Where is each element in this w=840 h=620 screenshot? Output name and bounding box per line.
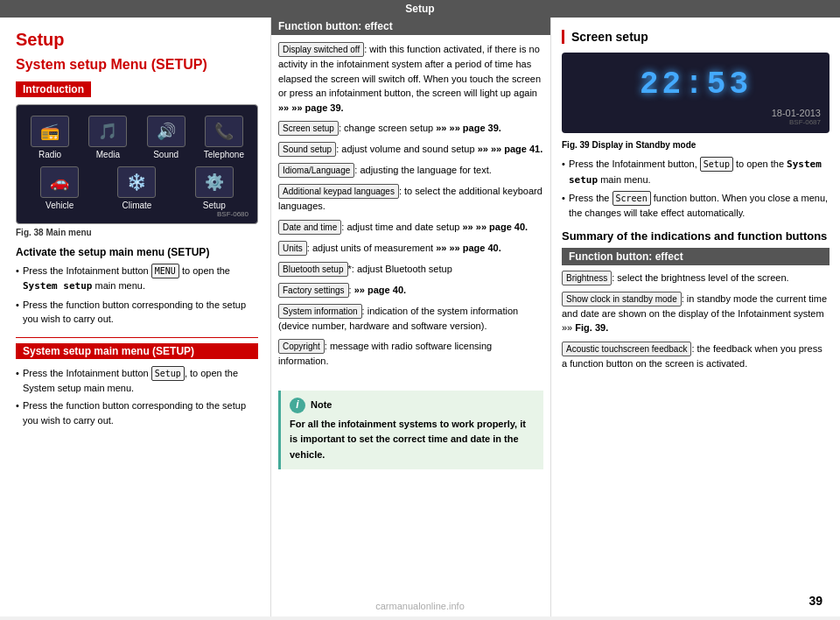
menu-item-vehicle: 🚗 Vehicle bbox=[40, 166, 79, 210]
note-box: i Note For all the infotainment systems … bbox=[278, 391, 543, 470]
setup-button-right: Setup bbox=[700, 157, 733, 172]
middle-column: Function button: effect Display switched… bbox=[271, 18, 551, 616]
func-row-keypad: Additional keypad languages: to select t… bbox=[278, 184, 543, 214]
screen-setup-tag: Screen setup bbox=[278, 121, 339, 136]
func-row-brightness: Brightness: select the brightness level … bbox=[562, 271, 830, 285]
intro-label: Introduction bbox=[16, 81, 91, 97]
menu-item-telephone: 📞 Telephone bbox=[198, 116, 250, 159]
func-row-sound: Sound setup: adjust volume and sound set… bbox=[278, 142, 543, 157]
page-title: Setup bbox=[16, 30, 258, 50]
top-bar: Setup bbox=[0, 0, 840, 18]
display-switched-off-tag: Display switched off bbox=[278, 42, 364, 57]
sound-setup-tag: Sound setup bbox=[278, 142, 336, 157]
activate-section: Activate the setup main menu (SETUP) Pre… bbox=[16, 246, 258, 327]
func-row-date: Date and time: adjust time and date setu… bbox=[278, 220, 543, 235]
note-text: For all the infotainment systems to work… bbox=[290, 417, 535, 463]
menu-image: 📻 Radio 🎵 Media 🔊 Sound 📞 Telephone bbox=[16, 104, 258, 224]
menu-item-setup: ⚙️ Setup bbox=[195, 166, 234, 210]
clock-bsf-badge: BSF-0687 bbox=[570, 118, 821, 126]
factory-tag: Factory settings bbox=[278, 283, 349, 298]
menu-button: MENU bbox=[151, 264, 179, 278]
climate-icon: ❄️ bbox=[117, 166, 156, 198]
activate-header: Activate the setup main menu (SETUP) bbox=[16, 246, 258, 258]
setup-sub-header: System setup main menu (SETUP) bbox=[16, 343, 258, 359]
func-row-units: Units: adjust units of measurement »» »»… bbox=[278, 241, 543, 256]
clock-date: 18-01-2013 bbox=[570, 108, 821, 118]
fig38-label: Fig. 38 Main menu bbox=[16, 228, 258, 237]
page-number: 39 bbox=[808, 594, 822, 608]
units-tag: Units bbox=[278, 241, 307, 256]
bsf-badge-38: BSF-0680 bbox=[24, 210, 250, 218]
menu-item-climate: ❄️ Climate bbox=[117, 166, 156, 210]
func-row-screen: Screen setup: change screen setup »» »» … bbox=[278, 121, 543, 136]
menu-grid-bottom: 🚗 Vehicle ❄️ Climate ⚙️ Setup bbox=[24, 166, 250, 210]
summary-header: Summary of the indications and function … bbox=[562, 229, 830, 243]
clock-time: 22:53 bbox=[570, 67, 821, 102]
func-row-display: Display switched off: with this function… bbox=[278, 42, 543, 115]
touchscreen-tag: Acoustic touchscreen feedback bbox=[562, 342, 691, 356]
fig39-caption: Fig. 39 Display in Standby mode bbox=[562, 140, 830, 150]
media-icon: 🎵 bbox=[88, 116, 127, 147]
func-row-standby-clock: Show clock in standby mode: in standby m… bbox=[562, 292, 830, 335]
menu-item-sound: 🔊 Sound bbox=[140, 116, 192, 159]
func-row-factory: Factory settings: »» page 40. bbox=[278, 283, 543, 298]
bullet-menu: Press the Infotainment button MENU to op… bbox=[16, 264, 258, 294]
keypad-tag: Additional keypad languages bbox=[278, 184, 399, 199]
watermark: carmanualonline.info bbox=[375, 601, 465, 611]
func-row-touchscreen: Acoustic touchscreen feedback: the feedb… bbox=[562, 342, 830, 371]
left-column: Setup System setup Menu (SETUP) Introduc… bbox=[0, 18, 271, 616]
note-header: i Note bbox=[290, 398, 535, 413]
clock-display: 22:53 18-01-2013 BSF-0687 bbox=[562, 53, 830, 133]
bullet-setup-function: Press the function button corresponding … bbox=[16, 398, 258, 427]
right-column: Screen setup 22:53 18-01-2013 BSF-0687 F… bbox=[551, 18, 840, 616]
menu-item-radio: 📻 Radio bbox=[24, 116, 76, 159]
menu-grid-top: 📻 Radio 🎵 Media 🔊 Sound 📞 Telephone bbox=[24, 116, 250, 159]
setup-subsection: System setup main menu (SETUP) Press the… bbox=[16, 337, 258, 428]
brightness-tag: Brightness bbox=[562, 271, 612, 285]
setup-button-left: Setup bbox=[151, 366, 185, 381]
func-row-copyright: Copyright: message with radio software l… bbox=[278, 339, 543, 369]
date-time-tag: Date and time bbox=[278, 220, 341, 235]
copyright-tag: Copyright bbox=[278, 339, 325, 354]
func-row-bluetooth: Bluetooth setup*: adjust Bluetooth setup bbox=[278, 262, 543, 277]
sysinfo-tag: System information bbox=[278, 304, 362, 319]
screen-bullet1: Press the Infotainment button, Setup to … bbox=[562, 157, 830, 221]
vehicle-icon: 🚗 bbox=[40, 166, 79, 198]
menu-item-media: 🎵 Media bbox=[81, 116, 134, 159]
sound-icon: 🔊 bbox=[147, 116, 186, 147]
bullet-setup: Press the Infotainment button Setup, to … bbox=[16, 366, 258, 396]
bluetooth-tag: Bluetooth setup bbox=[278, 262, 348, 277]
radio-icon: 📻 bbox=[31, 116, 69, 147]
bullet-function: Press the function button corresponding … bbox=[16, 298, 258, 327]
telephone-icon: 📞 bbox=[205, 116, 243, 147]
func-row-sysinfo: System information: indication of the sy… bbox=[278, 304, 543, 334]
setup-menu-icon: ⚙️ bbox=[195, 166, 234, 198]
note-icon: i bbox=[290, 398, 305, 413]
language-tag: Idioma/Language bbox=[278, 163, 354, 178]
screen-setup-header: Screen setup bbox=[562, 30, 830, 44]
function-header: Function button: effect bbox=[271, 18, 550, 35]
page-subtitle: System setup Menu (SETUP) bbox=[16, 57, 258, 73]
standby-clock-tag: Show clock in standby mode bbox=[562, 292, 682, 306]
intro-section: Introduction 📻 Radio 🎵 Media 🔊 Sound bbox=[16, 81, 258, 237]
func-row-language: Idioma/Language: adjusting the language … bbox=[278, 163, 543, 178]
screen-button: Screen bbox=[612, 191, 651, 206]
func-header-right: Function button: effect bbox=[562, 248, 830, 265]
function-body: Display switched off: with this function… bbox=[271, 35, 550, 382]
